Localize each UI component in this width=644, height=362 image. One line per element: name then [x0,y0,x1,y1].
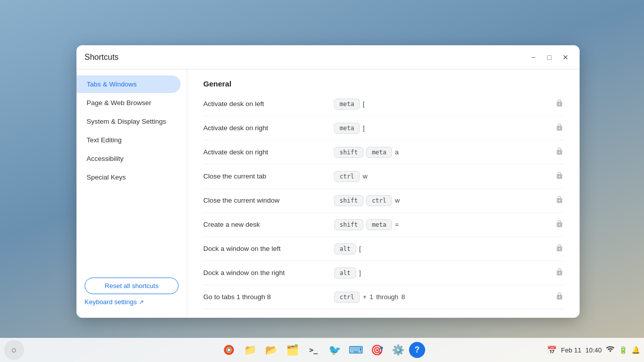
window-body: Tabs & Windows Page & Web Browser System… [76,69,580,318]
shortcut-keys-6: alt[ [334,243,555,254]
taskbar-settings-icon[interactable]: ⚙️ [388,340,408,360]
taskbar-help-icon[interactable]: ? [409,342,425,358]
key-badge: ctrl [334,292,360,303]
key-badge: ctrl [334,171,360,182]
shortcut-row-1: Activate desk on rightmeta] [203,116,564,140]
reset-shortcuts-button[interactable]: Reset all shortcuts [85,278,179,294]
shortcut-keys-7: alt] [334,267,555,279]
titlebar: Shortcuts − □ ✕ [76,45,580,69]
shortcut-keys-0: meta[ [334,99,555,110]
shortcut-label-7: Dock a window on the right [203,269,334,277]
taskbar-wifi-icon [606,344,615,355]
taskbar-files-yellow-icon[interactable]: 📁 [240,340,260,360]
taskbar-notification-icon[interactable]: 🔔 [631,346,640,354]
shortcuts-window: Shortcuts − □ ✕ Tabs & Windows Page & We… [76,45,580,318]
key-badge: meta [366,147,392,158]
shortcut-label-1: Activate desk on right [203,124,334,132]
key-symbol: through [376,293,398,301]
sidebar-item-accessibility[interactable]: Accessibility [76,150,181,167]
taskbar-date: Feb 11 [561,346,581,354]
key-symbol: a [395,148,398,156]
key-badge: alt [334,243,356,254]
lock-icon [555,220,564,230]
taskbar-right: 📅 Feb 11 10:40 🔋 🔔 [547,344,640,355]
shortcut-label-2: Activate desk on right [203,148,334,156]
desktop: Shortcuts − □ ✕ Tabs & Windows Page & We… [0,0,644,362]
taskbar-time: 10:40 [585,346,602,354]
shortcut-row-3: Close the current tabctrlw [203,164,564,189]
key-symbol: w [363,172,367,180]
shortcut-keys-8: ctrl+1through8 [334,292,555,303]
sidebar: Tabs & Windows Page & Web Browser System… [76,69,187,318]
taskbar-twitter-icon[interactable]: 🐦 [325,340,345,360]
sidebar-bottom: Reset all shortcuts Keyboard settings ↗ [76,272,187,312]
sidebar-nav: Tabs & Windows Page & Web Browser System… [76,75,187,272]
window-controls: − □ ✕ [527,51,572,63]
search-button[interactable]: ○ [4,340,24,360]
shortcut-keys-2: shiftmetaa [334,147,555,158]
taskbar-center: 📁 📂 🗂️ >_ 🐦 ⌨ 🎯 ⚙️ ? [219,340,425,360]
window-title: Shortcuts [85,53,119,62]
shortcut-row-0: Activate desk on leftmeta[ [203,92,564,116]
key-symbol: w [395,197,399,204]
shortcuts-list: Activate desk on leftmeta[Activate desk … [203,92,564,309]
sidebar-item-text-editing[interactable]: Text Editing [76,131,181,149]
taskbar-left: ○ [4,340,24,360]
shortcut-keys-5: shiftmeta= [334,219,555,230]
key-symbol: 8 [401,293,405,301]
minimize-button[interactable]: − [527,51,539,63]
shortcut-label-8: Go to tabs 1 through 8 [203,293,334,301]
key-badge: meta [334,123,360,134]
key-badge: meta [334,99,360,110]
taskbar: ○ 📁 📂 🗂️ >_ 🐦 ⌨ 🎯 ⚙️ ? 📅 Feb 11 10:40 🔋 [0,338,644,362]
close-button[interactable]: ✕ [559,51,572,63]
shortcut-label-0: Activate desk on left [203,100,334,108]
svg-point-3 [228,349,230,351]
lock-icon [555,171,564,182]
sidebar-item-page-web-browser[interactable]: Page & Web Browser [76,94,181,112]
taskbar-app6-icon[interactable]: 🎯 [367,340,387,360]
shortcut-row-2: Activate desk on rightshiftmetaa [203,140,564,164]
key-symbol: + [363,293,367,301]
keyboard-settings-link[interactable]: Keyboard settings ↗ [85,298,179,306]
taskbar-app3-icon[interactable]: 🗂️ [282,340,302,360]
key-symbol: 1 [370,293,373,301]
shortcut-row-4: Close the current windowshiftctrlw [203,189,564,213]
shortcut-keys-4: shiftctrlw [334,195,555,206]
lock-icon [555,268,564,278]
taskbar-vscode-icon[interactable]: ⌨ [346,340,366,360]
external-link-icon: ↗ [139,299,144,306]
key-badge: ctrl [366,195,392,206]
taskbar-files-blue-icon[interactable]: 📂 [261,340,281,360]
sidebar-item-system-display[interactable]: System & Display Settings [76,113,181,130]
main-content: General Activate desk on leftmeta[Activa… [187,69,580,318]
key-symbol: ] [363,124,365,132]
key-badge: shift [334,147,363,158]
taskbar-terminal-icon[interactable]: >_ [303,340,324,360]
lock-icon [555,244,564,254]
lock-icon [555,292,564,302]
shortcut-label-5: Create a new desk [203,221,334,228]
shortcut-row-5: Create a new deskshiftmeta= [203,213,564,237]
shortcut-row-8: Go to tabs 1 through 8ctrl+1through8 [203,285,564,309]
key-symbol: ] [359,269,361,277]
lock-icon [555,196,564,206]
sidebar-item-special-keys[interactable]: Special Keys [76,168,181,186]
key-badge: shift [334,219,363,230]
key-symbol: [ [363,100,365,108]
taskbar-calendar-icon[interactable]: 📅 [547,345,557,355]
taskbar-chrome-icon[interactable] [219,340,239,360]
lock-icon [555,99,564,109]
shortcut-row-7: Dock a window on the rightalt] [203,261,564,285]
key-badge: shift [334,195,363,206]
sidebar-item-tabs-windows[interactable]: Tabs & Windows [76,75,181,93]
shortcut-label-6: Dock a window on the left [203,245,334,252]
shortcut-label-3: Close the current tab [203,172,334,180]
shortcut-keys-3: ctrlw [334,171,555,182]
key-symbol: [ [359,245,361,252]
key-symbol: = [395,221,399,228]
lock-icon [555,123,564,133]
shortcut-label-4: Close the current window [203,197,334,204]
lock-icon [555,147,564,157]
maximize-button[interactable]: □ [543,51,555,63]
